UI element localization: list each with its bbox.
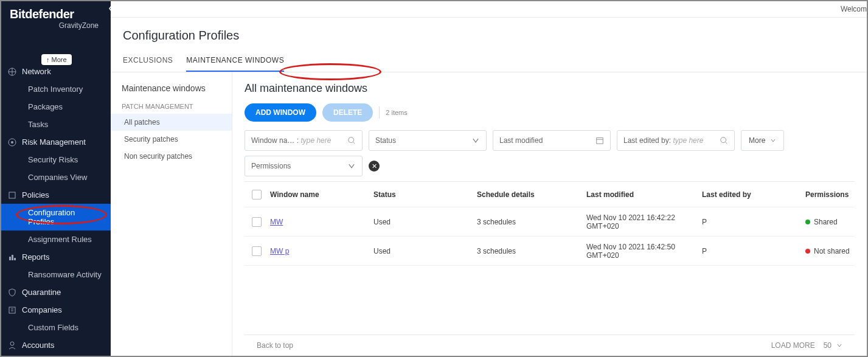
cell-edited: P: [698, 218, 802, 226]
left-item-security-patches[interactable]: Security patches: [122, 131, 232, 148]
svg-rect-6: [14, 258, 16, 260]
sidebar-item-config-profiles[interactable]: Configuration Profiles: [1, 204, 111, 230]
tab-maintenance-windows[interactable]: MAINTENANCE WINDOWS: [186, 51, 284, 72]
svg-rect-10: [597, 138, 603, 144]
sidebar-item-tasks[interactable]: Tasks: [1, 116, 111, 133]
left-panel-header: PATCH MANAGEMENT: [122, 99, 232, 114]
sidebar-item-ransomware[interactable]: Ransomware Activity: [1, 266, 111, 283]
filter-window-name[interactable]: Window na… : type here: [245, 130, 363, 151]
left-panel-title: Maintenance windows: [122, 83, 232, 93]
svg-rect-3: [9, 192, 15, 198]
row-checkbox[interactable]: [252, 217, 262, 227]
risk-icon: [7, 137, 17, 147]
sidebar-item-security-risks[interactable]: Security Risks: [1, 151, 111, 168]
left-panel: Maintenance windows PATCH MANAGEMENT All…: [111, 72, 232, 356]
col-status[interactable]: Status: [370, 190, 473, 199]
sidebar-item-risk[interactable]: Risk Management: [1, 133, 111, 151]
chevron-down-icon: [836, 342, 842, 348]
sidebar-item-reports[interactable]: Reports: [1, 248, 111, 266]
col-schedule[interactable]: Schedule details: [473, 190, 583, 199]
page-title: Configuration Profiles: [111, 18, 867, 51]
sidebar-nav: Network Patch Inventory Packages Tasks R…: [1, 63, 111, 354]
sidebar: Bitdefender GravityZone More Network Pat…: [1, 1, 111, 356]
svg-point-9: [349, 137, 354, 143]
select-all-checkbox[interactable]: [252, 190, 262, 199]
add-window-button[interactable]: ADD WINDOW: [245, 103, 316, 122]
sidebar-item-network[interactable]: Network: [1, 63, 111, 80]
window-name-link[interactable]: MW: [270, 218, 283, 226]
col-last-edited[interactable]: Last edited by: [698, 190, 802, 199]
shield-icon: [7, 288, 17, 297]
status-dot-icon: [805, 249, 810, 254]
cell-permission: Shared: [802, 218, 863, 226]
col-last-modified[interactable]: Last modified: [583, 190, 698, 199]
filter-window-name-label: Window na… :: [251, 136, 299, 145]
separator: [379, 106, 380, 119]
chevron-down-icon: [471, 136, 480, 145]
welcome-text: Welcom: [841, 5, 867, 13]
left-item-nonsecurity-patches[interactable]: Non security patches: [122, 148, 232, 165]
search-icon: [347, 136, 356, 145]
back-to-top[interactable]: Back to top: [257, 341, 293, 350]
brand-product: GravityZone: [10, 21, 102, 30]
filter-more-label: More: [749, 136, 765, 145]
sidebar-label-reports: Reports: [22, 252, 50, 262]
delete-button[interactable]: DELETE: [322, 103, 373, 122]
policies-icon: [7, 190, 17, 200]
filter-status-label: Status: [375, 136, 396, 145]
companies-icon: [7, 305, 17, 315]
svg-rect-4: [9, 257, 11, 260]
sidebar-item-companies[interactable]: Companies: [1, 301, 111, 319]
sidebar-item-accounts[interactable]: Accounts: [1, 336, 111, 354]
brand-name: Bitdefender: [10, 7, 102, 21]
clear-filters-button[interactable]: ✕: [369, 161, 380, 172]
filters-row-2: Permissions ✕: [245, 156, 855, 176]
search-icon: [720, 136, 728, 145]
sidebar-item-companies-view[interactable]: Companies View: [1, 168, 111, 186]
filter-permissions[interactable]: Permissions: [245, 156, 363, 176]
status-dot-icon: [805, 220, 810, 224]
table-header: Window name Status Schedule details Last…: [245, 182, 855, 207]
sidebar-item-patch-inventory[interactable]: Patch Inventory: [1, 80, 111, 98]
cell-status: Used: [370, 247, 473, 255]
calendar-icon: [595, 136, 604, 145]
sidebar-item-packages[interactable]: Packages: [1, 98, 111, 116]
left-item-all-patches[interactable]: All patches: [111, 114, 232, 131]
cell-status: Used: [370, 218, 473, 226]
chevron-down-icon: [347, 162, 356, 170]
col-window-name[interactable]: Window name: [266, 190, 370, 199]
filters-row: Window na… : type here Status Last modif…: [245, 130, 855, 151]
content: Maintenance windows PATCH MANAGEMENT All…: [111, 72, 867, 356]
col-permissions[interactable]: Permissions: [802, 190, 863, 199]
filter-last-modified-label: Last modified: [499, 136, 543, 145]
right-panel: All maintenance windows ADD WINDOW DELET…: [232, 72, 867, 356]
sidebar-label-accounts: Accounts: [22, 341, 54, 350]
window-name-link[interactable]: MW p: [270, 247, 289, 255]
load-more-button[interactable]: LOAD MORE: [771, 341, 815, 350]
row-checkbox[interactable]: [252, 246, 262, 256]
page-size-select[interactable]: 50: [824, 341, 842, 350]
cell-modified: Wed Nov 10 2021 16:42:22 GMT+020: [583, 213, 698, 230]
tab-exclusions[interactable]: EXCLUSIONS: [123, 51, 173, 72]
filter-last-edited-by[interactable]: Last edited by: type here: [617, 130, 735, 151]
main: Welcom Configuration Profiles EXCLUSIONS…: [111, 1, 867, 356]
table-footer: Back to top LOAD MORE 50: [245, 334, 855, 356]
filter-status[interactable]: Status: [369, 130, 487, 151]
filter-last-modified[interactable]: Last modified: [493, 130, 611, 151]
cell-schedule: 3 schedules: [473, 247, 583, 255]
reports-icon: [7, 252, 17, 262]
filter-more[interactable]: More: [741, 130, 784, 151]
cell-modified: Wed Nov 10 2021 16:42:50 GMT+020: [583, 243, 698, 260]
svg-rect-5: [12, 255, 13, 260]
table: Window name Status Schedule details Last…: [245, 181, 855, 334]
sidebar-item-quarantine[interactable]: Quarantine: [1, 283, 111, 301]
more-badge[interactable]: More: [41, 54, 72, 65]
sidebar-item-assignment-rules[interactable]: Assignment Rules: [1, 230, 111, 248]
panel-title: All maintenance windows: [245, 82, 855, 95]
sidebar-label-network: Network: [22, 67, 51, 76]
page-size-value: 50: [824, 341, 832, 350]
cell-permission: Not shared: [802, 247, 863, 255]
svg-point-2: [11, 141, 13, 144]
sidebar-item-custom-fields[interactable]: Custom Fields: [1, 319, 111, 336]
sidebar-item-policies[interactable]: Policies: [1, 186, 111, 204]
